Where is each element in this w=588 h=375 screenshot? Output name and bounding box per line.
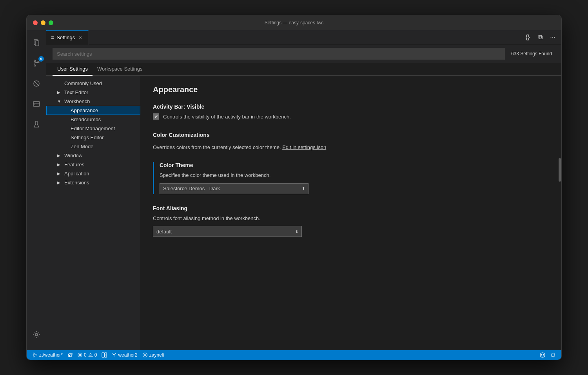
- scrollbar-thumb[interactable]: [559, 158, 561, 182]
- branch-icon: [32, 352, 38, 358]
- status-bell[interactable]: [548, 352, 558, 358]
- json-view-button[interactable]: {}: [522, 32, 533, 43]
- status-right: [537, 352, 558, 358]
- traffic-lights: [33, 20, 53, 25]
- error-icon: [78, 353, 82, 357]
- svg-point-26: [541, 354, 542, 355]
- activity-bar-bottom: [27, 325, 46, 347]
- svg-line-6: [34, 81, 39, 86]
- sidebar-item-breadcrumbs[interactable]: Breadcrumbs: [46, 115, 140, 124]
- window-title: Settings — easy-spaces-lwc: [265, 20, 324, 25]
- sidebar-item-extensions[interactable]: [27, 74, 46, 93]
- branch-name: zt/weather*: [39, 352, 63, 358]
- tab-user-settings[interactable]: User Settings: [53, 63, 93, 76]
- status-branch[interactable]: zt/weather*: [30, 350, 65, 360]
- lab-icon: [32, 120, 41, 129]
- svg-point-27: [543, 354, 544, 355]
- sidebar-item-workbench[interactable]: ▼ Workbench: [46, 97, 140, 106]
- arrow-icon: ▶: [57, 153, 62, 158]
- error-count: 0: [84, 352, 87, 358]
- svg-point-12: [33, 353, 34, 354]
- select-arrows-icon: ⬍: [295, 229, 298, 234]
- close-button[interactable]: [33, 20, 38, 25]
- select-arrows-icon: ⬍: [302, 186, 305, 191]
- status-git-branch[interactable]: weather2: [109, 350, 140, 360]
- activity-bar-checkbox[interactable]: ✓: [153, 113, 159, 120]
- sidebar-item-zen-mode[interactable]: Zen Mode: [46, 142, 140, 151]
- sidebar-item-commonly-used[interactable]: Commonly Used: [46, 79, 140, 88]
- status-github[interactable]: zaynelt: [140, 350, 167, 360]
- color-theme-description: Specifies the color theme used in the wo…: [160, 172, 270, 178]
- settings-section-title: Appearance: [153, 85, 549, 94]
- warning-count: 0: [94, 352, 97, 358]
- more-actions-button[interactable]: ···: [547, 32, 558, 43]
- svg-point-11: [35, 333, 38, 336]
- font-aliasing-select[interactable]: default ⬍: [153, 226, 302, 237]
- settings-tabs-bar: User Settings Workspace Settings: [46, 63, 561, 76]
- scrollbar-track[interactable]: [558, 76, 561, 350]
- svg-rect-7: [33, 102, 40, 106]
- settings-gear-button[interactable]: [27, 325, 46, 344]
- sidebar-item-appearance[interactable]: Appearance: [46, 106, 140, 115]
- source-control-badge: 5: [38, 56, 44, 62]
- settings-tab-close[interactable]: ×: [77, 35, 83, 41]
- settings-tab-label: Settings: [56, 35, 75, 40]
- setting-checkbox-row: ✓ Controls the visibility of the activit…: [153, 113, 549, 121]
- search-result-count: 633 Settings Found: [508, 49, 555, 58]
- explorer-icon: [32, 38, 41, 47]
- layout-icon: [102, 352, 107, 358]
- status-bar: zt/weather* 0 0: [27, 350, 561, 360]
- edit-settings-json-link[interactable]: Edit in settings.json: [282, 144, 326, 150]
- sidebar-item-extensions[interactable]: ▶ Extensions: [46, 178, 140, 187]
- git-icon: [112, 353, 116, 357]
- setting-name-color-theme: Color Theme: [160, 162, 549, 168]
- setting-activity-bar-visible: Activity Bar: Visible ✓ Controls the vis…: [153, 104, 549, 121]
- sidebar-item-window[interactable]: ▶ Window: [46, 151, 140, 160]
- search-input[interactable]: [57, 51, 501, 57]
- settings-tab[interactable]: ≡ Settings ×: [46, 30, 89, 45]
- sidebar-item-remote[interactable]: [27, 95, 46, 113]
- sidebar-item-text-editor[interactable]: ▶ Text Editor: [46, 88, 140, 97]
- settings-search-bar: 633 Settings Found: [46, 45, 561, 63]
- sidebar-item-lab[interactable]: [27, 115, 46, 134]
- sidebar-item-application[interactable]: ▶ Application: [46, 169, 140, 178]
- smiley-icon: [539, 352, 546, 358]
- activity-bar: 5: [27, 30, 46, 350]
- git-branch-name: weather2: [118, 352, 137, 358]
- sidebar-item-explorer[interactable]: [27, 33, 46, 52]
- svg-rect-1: [35, 41, 39, 46]
- sidebar-item-source-control[interactable]: 5: [27, 54, 46, 73]
- setting-name-value: Visible: [187, 104, 204, 110]
- arrow-icon: ▶: [57, 90, 62, 95]
- editor-area: ≡ Settings × {} ⧉ ··· 633 Settings Fou: [46, 30, 561, 350]
- status-errors[interactable]: 0 0: [75, 350, 99, 360]
- sidebar-item-settings-editor[interactable]: Settings Editor: [46, 133, 140, 142]
- maximize-button[interactable]: [49, 20, 53, 25]
- sync-icon: [67, 352, 73, 358]
- sidebar-item-features[interactable]: ▶ Features: [46, 160, 140, 169]
- tab-bar-actions: {} ⧉ ···: [522, 32, 561, 43]
- minimize-button[interactable]: [41, 20, 45, 25]
- sidebar-item-editor-management[interactable]: Editor Management: [46, 124, 140, 133]
- warning-icon: [88, 353, 93, 357]
- search-input-wrapper[interactable]: [53, 48, 505, 60]
- split-editor-button[interactable]: ⧉: [535, 32, 546, 43]
- settings-container: 633 Settings Found User Settings Workspa…: [46, 45, 561, 350]
- setting-color-theme: Color Theme Specifies the color theme us…: [153, 162, 549, 194]
- status-sync[interactable]: [65, 350, 75, 360]
- status-layout[interactable]: [99, 350, 109, 360]
- setting-color-customizations: Color Customizations Overrides colors fr…: [153, 132, 549, 151]
- svg-point-13: [33, 356, 34, 357]
- svg-point-24: [143, 353, 147, 357]
- color-theme-select[interactable]: Salesforce Demos - Dark ⬍: [160, 183, 309, 194]
- tab-workspace-settings[interactable]: Workspace Settings: [93, 63, 147, 76]
- app-body: 5: [27, 30, 561, 350]
- font-aliasing-description: Controls font aliasing method in the wor…: [153, 215, 260, 221]
- color-theme-value: Salesforce Demos - Dark: [163, 186, 220, 191]
- extensions-icon: [32, 79, 41, 88]
- checkmark-icon: ✓: [154, 114, 158, 119]
- setting-name-color-custom: Color Customizations: [153, 132, 549, 138]
- app-window: Settings — easy-spaces-lwc: [26, 15, 562, 360]
- github-username: zaynelt: [149, 352, 164, 358]
- status-smiley[interactable]: [537, 352, 548, 358]
